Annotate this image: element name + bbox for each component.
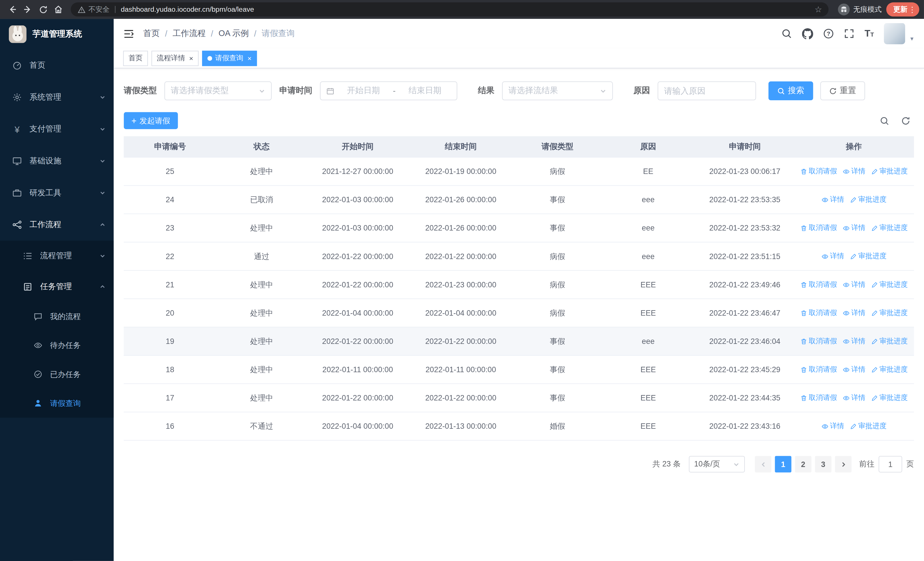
- cancel-leave-link[interactable]: 取消请假: [800, 280, 837, 290]
- detail-link[interactable]: 详情: [842, 280, 866, 290]
- close-icon[interactable]: ×: [189, 54, 193, 62]
- cell-apply-id: 17: [124, 393, 216, 402]
- audit-progress-link[interactable]: 审批进度: [871, 308, 908, 318]
- bookmark-star-icon[interactable]: ☆: [812, 5, 825, 14]
- sidebar-collapse-button[interactable]: [123, 28, 134, 39]
- cell-status: 处理中: [216, 393, 307, 403]
- user-avatar[interactable]: [884, 23, 905, 44]
- cancel-leave-link[interactable]: 取消请假: [800, 223, 837, 233]
- reset-button[interactable]: 重置: [820, 81, 865, 100]
- tab-process-detail[interactable]: 流程详情 ×: [152, 51, 199, 66]
- detail-link[interactable]: 详情: [842, 308, 866, 318]
- sidebar-item-dev-tools[interactable]: 研发工具: [0, 177, 114, 209]
- page-button-3[interactable]: 3: [815, 456, 831, 472]
- sidebar-item-home[interactable]: 首页: [0, 50, 114, 81]
- help-icon[interactable]: ?: [823, 28, 834, 39]
- leave-type-label: 请假类型: [124, 86, 157, 96]
- audit-progress-link[interactable]: 审批进度: [849, 194, 886, 205]
- tab-home[interactable]: 首页: [123, 51, 148, 66]
- reason-label: 原因: [633, 86, 650, 96]
- goto-page-input[interactable]: [879, 456, 902, 472]
- chevron-down-icon: [600, 88, 606, 94]
- avatar-caret-icon[interactable]: ▼: [909, 36, 914, 42]
- apply-time-range-picker[interactable]: 开始日期 - 结束日期: [320, 81, 457, 100]
- cancel-leave-link[interactable]: 取消请假: [800, 166, 837, 176]
- site-security-indicator[interactable]: 不安全: [78, 4, 110, 14]
- clipboard-icon: [22, 282, 33, 291]
- detail-link[interactable]: 详情: [821, 251, 844, 261]
- browser-reload-button[interactable]: [35, 2, 51, 17]
- github-icon[interactable]: [802, 28, 813, 39]
- sidebar-item-process-management[interactable]: 流程管理: [0, 241, 114, 271]
- browser-home-button[interactable]: [51, 2, 66, 17]
- page-button-2[interactable]: 2: [795, 456, 812, 472]
- fullscreen-icon[interactable]: [844, 28, 854, 39]
- browser-forward-button[interactable]: [20, 2, 35, 17]
- cell-operations: 取消请假详情审批进度: [795, 166, 913, 176]
- sidebar-item-payment[interactable]: ¥ 支付管理: [0, 113, 114, 145]
- close-icon[interactable]: ×: [248, 54, 251, 62]
- breadcrumb-home[interactable]: 首页: [143, 28, 160, 39]
- browser-toolbar: 不安全 dashboard.yudao.iocoder.cn/bpm/oa/le…: [0, 0, 924, 19]
- sidebar-item-infrastructure[interactable]: 基础设施: [0, 145, 114, 177]
- prev-page-button[interactable]: [755, 456, 771, 472]
- sidebar-item-task-management[interactable]: 任务管理: [0, 271, 114, 302]
- audit-progress-link[interactable]: 审批进度: [871, 364, 908, 375]
- detail-link[interactable]: 详情: [842, 166, 866, 176]
- browser-update-button[interactable]: 更新 ⋮: [886, 2, 920, 17]
- sidebar-item-todo-tasks[interactable]: 待办任务: [0, 331, 114, 359]
- page-button-1[interactable]: 1: [775, 456, 791, 472]
- start-date-placeholder[interactable]: 开始日期: [338, 86, 389, 96]
- refresh-icon[interactable]: [901, 116, 910, 125]
- table-row: 25处理中2021-12-27 00:00:002022-01-19 00:00…: [124, 157, 914, 186]
- leave-type-select[interactable]: 请选择请假类型: [164, 81, 272, 100]
- detail-link[interactable]: 详情: [842, 393, 866, 403]
- sidebar-item-done-tasks[interactable]: 已办任务: [0, 360, 114, 389]
- search-icon[interactable]: [782, 28, 792, 39]
- pager-pages: 123: [773, 456, 833, 472]
- cell-status: 已取消: [216, 194, 307, 205]
- cancel-leave-link[interactable]: 取消请假: [800, 336, 837, 346]
- cancel-leave-link[interactable]: 取消请假: [800, 364, 837, 375]
- cancel-leave-link[interactable]: 取消请假: [800, 308, 837, 318]
- table-row: 22通过2022-01-22 00:00:002022-01-22 00:00:…: [124, 242, 914, 271]
- browser-menu-icon[interactable]: ⋮: [908, 5, 917, 14]
- audit-progress-link[interactable]: 审批进度: [871, 280, 908, 290]
- cell-apply-id: 18: [124, 365, 216, 374]
- audit-progress-link[interactable]: 审批进度: [871, 393, 908, 403]
- cell-apply-id: 25: [124, 167, 216, 176]
- search-button[interactable]: 搜索: [768, 81, 813, 100]
- next-page-button[interactable]: [835, 456, 852, 472]
- filter-form: 请假类型 请选择请假类型 申请时间 开始日期 - 结束日期: [124, 81, 914, 100]
- create-leave-button[interactable]: + 发起请假: [124, 112, 178, 129]
- detail-link[interactable]: 详情: [842, 336, 866, 346]
- brand-logo: [9, 26, 27, 43]
- cancel-leave-link[interactable]: 取消请假: [800, 393, 837, 403]
- reason-input[interactable]: [664, 86, 749, 95]
- page-size-select[interactable]: 10条/页: [689, 456, 745, 472]
- detail-link[interactable]: 详情: [821, 421, 844, 431]
- browser-back-button[interactable]: [5, 2, 20, 17]
- address-bar[interactable]: 不安全 dashboard.yudao.iocoder.cn/bpm/oa/le…: [71, 2, 829, 17]
- sidebar-item-leave-query[interactable]: 请假查询: [0, 389, 114, 418]
- sidebar-item-system[interactable]: 系统管理: [0, 81, 114, 113]
- audit-progress-link[interactable]: 审批进度: [849, 421, 886, 431]
- sidebar-item-workflow[interactable]: 工作流程: [0, 209, 114, 241]
- sidebar-item-my-process[interactable]: 我的流程: [0, 302, 114, 331]
- sidebar: 芋道管理系统 首页 系统管理 ¥ 支付管理 基础设施: [0, 19, 114, 561]
- toggle-search-icon[interactable]: [880, 116, 889, 125]
- table-row: 24已取消2022-01-03 00:00:002022-01-26 00:00…: [124, 186, 914, 214]
- audit-progress-link[interactable]: 审批进度: [849, 251, 886, 261]
- detail-link[interactable]: 详情: [842, 364, 866, 375]
- tab-leave-query[interactable]: 请假查询 ×: [202, 51, 257, 66]
- audit-progress-link[interactable]: 审批进度: [871, 336, 908, 346]
- audit-progress-link[interactable]: 审批进度: [871, 166, 908, 176]
- result-select[interactable]: 请选择流结果: [502, 81, 613, 100]
- detail-link[interactable]: 详情: [842, 223, 866, 233]
- audit-progress-link[interactable]: 审批进度: [871, 223, 908, 233]
- font-size-icon[interactable]: TT: [865, 29, 874, 38]
- cell-reason: eee: [602, 224, 694, 233]
- detail-link[interactable]: 详情: [821, 194, 844, 205]
- cell-start-time: 2022-01-03 00:00:00: [307, 196, 408, 204]
- end-date-placeholder[interactable]: 结束日期: [399, 86, 451, 96]
